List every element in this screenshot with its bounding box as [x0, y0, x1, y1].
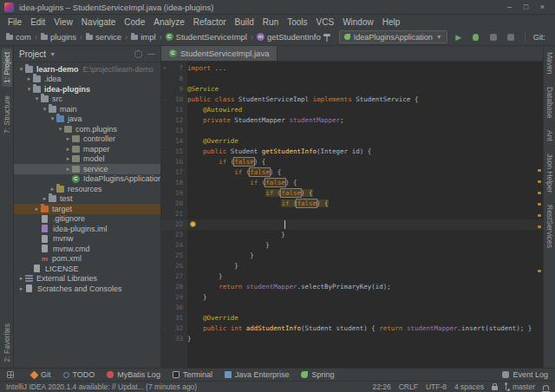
- close-button[interactable]: ×: [534, 1, 551, 14]
- gutter-line-18[interactable]: 18: [161, 178, 187, 188]
- tree-item-src[interactable]: ▾src: [14, 95, 160, 105]
- tree-item-gitignore[interactable]: .gitignore: [14, 214, 160, 225]
- gutter-line-22[interactable]: 22: [161, 219, 187, 230]
- code-line-17[interactable]: 17 if (false) {: [161, 167, 543, 178]
- gear-icon[interactable]: [134, 50, 142, 58]
- stripe-button-ant[interactable]: Ant: [545, 127, 555, 144]
- toolwindow-button-java-enterprise[interactable]: Java Enterprise: [225, 370, 290, 379]
- toolwindow-button-terminal[interactable]: Terminal: [173, 370, 212, 379]
- chevron-right-icon[interactable]: ▸: [17, 285, 25, 292]
- tree-item-java[interactable]: ▾java: [14, 114, 160, 125]
- menu-item-tools[interactable]: Tools: [283, 16, 311, 28]
- stripe-button-1-project[interactable]: 1: Project: [2, 49, 12, 87]
- fold-marker[interactable]: -: [163, 95, 166, 105]
- error-stripe-mark[interactable]: [538, 192, 541, 194]
- gutter-line-30[interactable]: 30: [161, 303, 187, 313]
- caret-position[interactable]: 22:26: [372, 382, 390, 391]
- tree-item-license[interactable]: LICENSE: [14, 264, 160, 274]
- menu-item-vcs[interactable]: VCS: [312, 16, 339, 28]
- gutter-line-17[interactable]: 17: [161, 167, 187, 178]
- gutter-line-14[interactable]: 14: [161, 136, 187, 147]
- tree-item-com-plugins[interactable]: ▾com.plugins: [14, 124, 160, 134]
- error-stripe-mark[interactable]: [538, 180, 541, 183]
- gutter-line-29[interactable]: 29: [161, 292, 187, 303]
- toolwindow-button-mybatis-log[interactable]: MyBatis Log: [107, 370, 160, 379]
- run-button[interactable]: ▶: [453, 31, 465, 43]
- breadcrumb-item-service[interactable]: service: [85, 32, 122, 42]
- menu-item-analyze[interactable]: Analyze: [149, 16, 189, 28]
- gutter-line-25[interactable]: 25: [161, 251, 187, 261]
- chevron-down-icon[interactable]: ▾: [41, 106, 49, 113]
- menu-item-navigate[interactable]: Navigate: [77, 16, 120, 28]
- error-stripe-mark[interactable]: [538, 214, 541, 217]
- chevron-right-icon[interactable]: ▸: [64, 166, 72, 173]
- gutter-line-19[interactable]: 19: [161, 188, 187, 199]
- menu-item-edit[interactable]: Edit: [26, 16, 49, 28]
- tree-item-idea[interactable]: ▸.idea: [14, 75, 160, 85]
- chevron-right-icon[interactable]: ▸: [64, 155, 72, 162]
- chevron-right-icon[interactable]: ▸: [64, 146, 72, 153]
- code-line-22[interactable]: 22: [161, 219, 543, 230]
- code-line-19[interactable]: 19 if (false) {: [161, 188, 543, 199]
- tree-item-main[interactable]: ▾main: [14, 104, 160, 114]
- breadcrumb-item-studentserviceimpl[interactable]: StudentServiceImpl: [165, 32, 248, 42]
- gutter-line-23[interactable]: 23: [161, 230, 187, 240]
- code-line-13[interactable]: 13: [161, 126, 543, 136]
- maximize-button[interactable]: □: [518, 1, 534, 14]
- chevron-right-icon[interactable]: ▸: [17, 275, 25, 282]
- stripe-button-maven[interactable]: Maven: [545, 49, 555, 77]
- debug-button[interactable]: [470, 31, 482, 43]
- code-line-12[interactable]: 12 private StudentMapper studentMapper;: [161, 115, 543, 126]
- tree-item-learn-demo[interactable]: ▾learn-demoE:\project\learn-demo: [14, 64, 160, 75]
- menu-item-code[interactable]: Code: [120, 16, 149, 28]
- project-panel-title[interactable]: Project: [19, 49, 46, 59]
- gutter-line-24[interactable]: 24: [161, 240, 187, 251]
- menu-item-build[interactable]: Build: [231, 16, 258, 28]
- code-line-23[interactable]: 23 }: [161, 230, 543, 240]
- breadcrumb-item-impl[interactable]: impl: [130, 32, 156, 42]
- code-line-15[interactable]: 15- public Student getStudentInfo(Intege…: [161, 147, 543, 157]
- run-configuration-selector[interactable]: IdeaPluginsApplication ▼: [339, 30, 447, 43]
- error-stripe-mark[interactable]: [538, 270, 541, 272]
- code-line-32[interactable]: 32- public int addStudentInfo(Student st…: [161, 323, 543, 334]
- code-line-20[interactable]: 20 if (false) {: [161, 199, 543, 209]
- gutter-line-16[interactable]: 16: [161, 157, 187, 167]
- toolwindow-button-todo[interactable]: TODO: [63, 370, 95, 379]
- gutter-line-33[interactable]: 33: [161, 334, 187, 344]
- chevron-down-icon[interactable]: ▾: [56, 126, 64, 133]
- minimize-button[interactable]: –: [501, 1, 518, 14]
- gutter-line-15[interactable]: 15-: [161, 147, 187, 157]
- build-hammer-icon[interactable]: [322, 31, 334, 43]
- code-line-18[interactable]: 18 if (false) {: [161, 178, 543, 188]
- menu-item-window[interactable]: Window: [338, 16, 378, 28]
- hide-panel-icon[interactable]: —: [147, 50, 155, 58]
- chevron-down-icon[interactable]: ▾: [33, 95, 41, 102]
- tree-item-test[interactable]: ▸test: [14, 194, 160, 205]
- tree-item-idea-plugins[interactable]: ▾idea-plugins: [14, 84, 160, 95]
- chevron-right-icon[interactable]: ▸: [25, 75, 33, 82]
- menu-item-run[interactable]: Run: [258, 16, 283, 28]
- gutter-line-26[interactable]: 26: [161, 261, 187, 271]
- chevron-down-icon[interactable]: ▾: [49, 115, 56, 122]
- code-line-33[interactable]: 33}: [161, 334, 543, 344]
- tree-item-mapper[interactable]: ▸mapper: [14, 144, 160, 154]
- code-line-9[interactable]: 9@Service: [161, 84, 543, 95]
- menu-item-refactor[interactable]: Refactor: [189, 16, 231, 28]
- tree-item-mvnw-cmd[interactable]: mvnw.cmd: [14, 244, 160, 254]
- line-separator[interactable]: CRLF: [399, 382, 418, 391]
- error-stripe-mark[interactable]: [538, 203, 541, 206]
- git-branch-widget[interactable]: master: [506, 382, 535, 391]
- gutter-line-9[interactable]: 9: [161, 84, 187, 95]
- gutter-line-21[interactable]: 21: [161, 209, 187, 219]
- gutter-line-27[interactable]: 27: [161, 271, 187, 282]
- stop-button[interactable]: [505, 31, 517, 43]
- breadcrumb-item-plugins[interactable]: plugins: [40, 32, 77, 42]
- file-encoding[interactable]: UTF-8: [426, 382, 447, 391]
- coverage-button[interactable]: [487, 31, 500, 43]
- fold-marker[interactable]: -: [163, 323, 166, 334]
- breadcrumb-item-com[interactable]: com: [5, 32, 32, 42]
- gutter-line-13[interactable]: 13: [161, 126, 187, 136]
- toolwindow-switcher-icon[interactable]: [7, 371, 14, 378]
- gutter-line-7[interactable]: 7+: [161, 63, 187, 74]
- error-stripe-mark[interactable]: [538, 225, 541, 228]
